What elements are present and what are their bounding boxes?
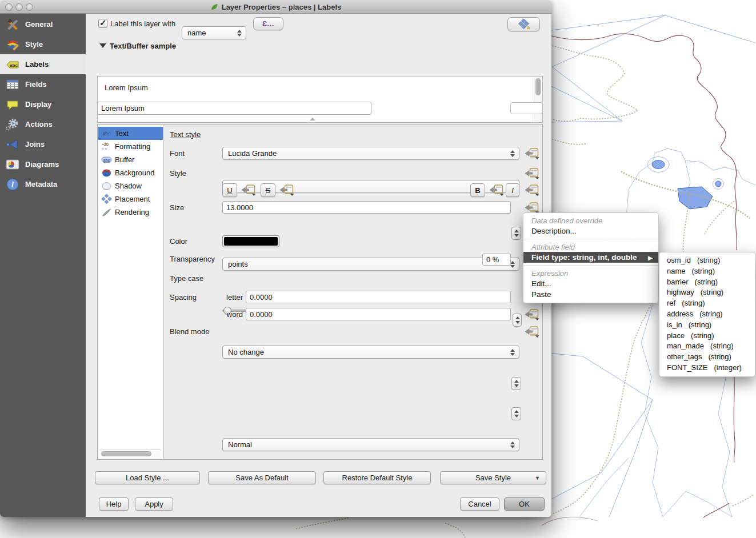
tab-shadow[interactable]: Shadow — [98, 179, 163, 192]
field-option-ref[interactable]: ref(string) — [659, 298, 755, 309]
sidebar-item-joins[interactable]: Joins — [0, 134, 86, 154]
font-color-button[interactable] — [222, 235, 279, 247]
field-option-place[interactable]: place(string) — [659, 331, 755, 342]
preview-scrollbar[interactable] — [534, 77, 542, 122]
field-option-other-tags[interactable]: other_tags(string) — [659, 352, 755, 363]
submenu-arrow-icon — [648, 253, 653, 262]
field-option-is-in[interactable]: is_in(string) — [659, 320, 755, 331]
field-option-font-size[interactable]: FONT_SIZE(integer) — [659, 363, 755, 374]
layer-properties-dialog: Layer Properties – places | Labels Gener… — [0, 0, 551, 517]
bold-button[interactable]: B — [470, 183, 485, 197]
word-spacing-spinner[interactable] — [511, 407, 521, 420]
gear-icon — [5, 117, 20, 132]
sidebar-item-general[interactable]: General — [0, 14, 86, 34]
select-stepper-icon — [237, 30, 242, 37]
data-defined-icon[interactable] — [524, 147, 540, 159]
data-defined-icon[interactable] — [279, 184, 295, 196]
shadow-tab-icon — [101, 181, 112, 191]
svg-text:< c: < c — [102, 147, 107, 151]
expression-builder-button[interactable]: Ɛ… — [253, 17, 283, 30]
apply-button[interactable]: Apply — [135, 497, 173, 511]
color-label: Color — [170, 237, 187, 246]
menu-group-attribute-field: Attribute field — [523, 242, 658, 252]
ok-button[interactable]: OK — [504, 497, 545, 511]
font-select[interactable]: Lucida Grande — [222, 147, 519, 160]
sample-text-input[interactable] — [97, 102, 371, 115]
sidebar-item-diagrams[interactable]: Diagrams — [0, 154, 86, 174]
menu-item-field-type[interactable]: Field type: string, int, double — [523, 252, 658, 263]
data-defined-icon[interactable] — [524, 326, 540, 338]
menu-item-edit[interactable]: Edit... — [523, 278, 658, 289]
tab-rendering[interactable]: Rendering — [98, 206, 163, 219]
word-label: word — [222, 310, 243, 319]
size-input[interactable] — [222, 201, 511, 214]
collapse-triangle-icon[interactable] — [99, 43, 106, 48]
field-option-address[interactable]: address(string) — [659, 309, 755, 320]
tab-background[interactable]: Background — [98, 166, 163, 179]
field-option-highway[interactable]: highway(string) — [659, 287, 755, 298]
label-preview-box: Lorem Ipsum — [97, 76, 543, 123]
type-case-label: Type case — [170, 274, 203, 283]
tab-formatting[interactable]: +ab < c Formatting — [98, 140, 163, 153]
cancel-button[interactable]: Cancel — [460, 497, 499, 511]
size-spinner[interactable] — [511, 227, 521, 240]
transparency-value[interactable]: 0 % — [482, 254, 511, 266]
type-case-select[interactable]: No change — [222, 346, 519, 359]
menu-item-paste[interactable]: Paste — [523, 289, 658, 300]
letter-spacing-spinner[interactable] — [511, 377, 521, 390]
titlebar[interactable]: Layer Properties – places | Labels — [0, 0, 551, 14]
blend-mode-select[interactable]: Normal — [222, 438, 519, 451]
help-button[interactable]: Help — [99, 497, 129, 511]
auto-placement-settings-button[interactable]: a — [507, 17, 540, 31]
sidebar-item-labels[interactable]: abc Labels — [0, 54, 86, 74]
data-defined-icon[interactable] — [524, 308, 540, 320]
data-defined-icon[interactable] — [241, 184, 257, 196]
svg-text:a: a — [527, 25, 530, 30]
qgis-app-icon — [210, 3, 218, 11]
save-style-button[interactable]: Save Style ▼ — [440, 471, 546, 484]
menu-item-description[interactable]: Description... — [523, 226, 658, 236]
tab-placement[interactable]: Placement — [98, 192, 163, 206]
strikeout-button[interactable]: S — [261, 183, 275, 197]
label-field-select[interactable]: name — [182, 26, 246, 39]
placement-tab-icon — [101, 194, 112, 204]
label-settings-panel: abc Text +ab < c Formatting — [97, 124, 543, 460]
restore-default-style-button[interactable]: Restore Default Style — [323, 471, 431, 484]
label-layer-text: Label this layer with — [110, 19, 175, 28]
data-defined-icon[interactable] — [489, 184, 505, 196]
italic-button[interactable]: I — [506, 183, 519, 197]
field-option-name[interactable]: name(string) — [659, 266, 755, 277]
tab-text[interactable]: abc Text — [98, 127, 163, 140]
field-option-man-made[interactable]: man_made(string) — [659, 341, 755, 352]
underline-button[interactable]: U — [222, 183, 237, 197]
size-unit-select[interactable]: points — [222, 258, 519, 271]
blend-mode-label: Blend mode — [170, 327, 209, 336]
text-style-heading: Text style — [170, 130, 201, 139]
label-layer-checkbox[interactable] — [98, 19, 107, 28]
transparency-spinner[interactable] — [513, 314, 522, 327]
style-label: Style — [170, 169, 186, 178]
sample-section-title: Text/Buffer sample — [110, 42, 176, 50]
tabs-scrollbar[interactable] — [99, 449, 161, 457]
word-spacing-input[interactable] — [246, 308, 511, 320]
preview-scale-box[interactable] — [510, 102, 543, 114]
menu-separator — [523, 239, 658, 239]
letter-spacing-input[interactable] — [246, 291, 511, 303]
data-defined-icon[interactable] — [524, 202, 540, 214]
size-label: Size — [170, 203, 184, 212]
load-style-button[interactable]: Load Style ... — [95, 471, 200, 484]
data-defined-icon[interactable] — [524, 184, 540, 196]
splitter-handle[interactable] — [310, 118, 315, 121]
field-option-osm-id[interactable]: osm_id(string) — [659, 255, 755, 266]
sidebar-item-metadata[interactable]: i Metadata — [0, 174, 86, 194]
save-as-default-button[interactable]: Save As Default — [208, 471, 316, 484]
placement-settings-icon: a — [517, 19, 531, 30]
sidebar-item-display[interactable]: Display — [0, 94, 86, 114]
sidebar-item-actions[interactable]: Actions — [0, 114, 86, 134]
spacing-label: Spacing — [170, 293, 197, 302]
sidebar-item-style[interactable]: Style — [0, 34, 86, 54]
field-option-barrier[interactable]: barrier(string) — [659, 277, 755, 288]
tab-buffer[interactable]: abc Buffer — [98, 153, 163, 166]
sidebar-item-fields[interactable]: Fields — [0, 74, 86, 94]
data-defined-icon[interactable] — [524, 167, 540, 179]
